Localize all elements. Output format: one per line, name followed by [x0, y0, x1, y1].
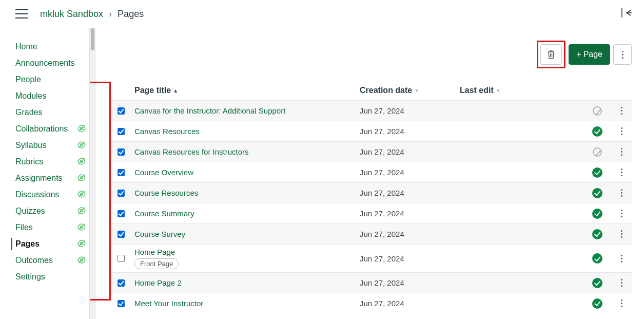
row-checkbox[interactable] [118, 190, 125, 197]
add-page-button[interactable]: + Page [569, 44, 610, 65]
nav-label: Outcomes [15, 256, 53, 265]
sort-icon: ▼ [414, 88, 419, 93]
row-checkbox[interactable] [118, 169, 125, 176]
breadcrumb-page: Pages [118, 9, 144, 19]
row-checkbox[interactable] [118, 300, 125, 307]
nav-label: Files [15, 223, 33, 232]
table-row: Home PageFront PageJun 27, 2024 [110, 244, 632, 272]
published-icon[interactable] [592, 188, 602, 198]
row-created-date: Jun 27, 2024 [360, 168, 460, 177]
page-title-link[interactable]: Canvas Resources for Instructors [134, 147, 249, 156]
row-checkbox[interactable] [118, 210, 125, 217]
row-checkbox[interactable] [118, 107, 125, 115]
nav-item-home[interactable]: Home [0, 39, 90, 55]
top-bar: mkluk Sandbox › Pages [0, 0, 644, 28]
row-title-cell: Course Summary [132, 209, 360, 218]
page-title-link[interactable]: Home Page 2 [134, 278, 182, 287]
table-row: Canvas for the Instructor: Additional Su… [110, 100, 632, 121]
row-checkbox[interactable] [118, 128, 125, 135]
nav-item-discussions[interactable]: Discussions [0, 186, 90, 203]
page-title-link[interactable]: Canvas for the Instructor: Additional Su… [134, 106, 285, 115]
nav-item-files[interactable]: Files [0, 219, 90, 236]
hidden-eye-icon [77, 240, 86, 249]
unpublished-icon[interactable] [593, 106, 602, 116]
published-icon[interactable] [592, 209, 602, 219]
table-row: Home Page 2Jun 27, 2024 [110, 272, 632, 293]
row-checkbox[interactable] [118, 279, 125, 287]
nav-label: Announcements [15, 59, 75, 68]
nav-item-outcomes[interactable]: Outcomes [0, 252, 90, 269]
header-page-title[interactable]: Page title▲ [132, 86, 360, 95]
row-title-cell: Canvas Resources [132, 127, 360, 136]
nav-label: Assignments [15, 174, 63, 183]
hamburger-menu-icon[interactable] [15, 9, 28, 18]
published-icon[interactable] [592, 278, 602, 288]
row-more-menu[interactable] [621, 279, 622, 287]
more-options-button[interactable] [613, 44, 632, 65]
row-more-menu[interactable] [621, 168, 622, 176]
row-more-menu[interactable] [621, 189, 622, 197]
nav-item-people[interactable]: People [0, 71, 90, 88]
add-page-label: Page [583, 50, 602, 59]
nav-item-announcements[interactable]: Announcements [0, 55, 90, 71]
nav-item-assignments[interactable]: Assignments [0, 170, 90, 186]
row-created-date: Jun 27, 2024 [360, 189, 460, 197]
table-row: Course ResourcesJun 27, 2024 [110, 182, 632, 203]
page-title-link[interactable]: Course Summary [134, 209, 194, 218]
row-title-cell: Canvas Resources for Instructors [132, 147, 360, 156]
nav-item-syllabus[interactable]: Syllabus [0, 137, 90, 154]
nav-item-settings[interactable]: Settings [0, 269, 90, 285]
row-created-date: Jun 27, 2024 [360, 127, 460, 136]
nav-label: Collaborations [15, 124, 68, 134]
page-title-link[interactable]: Home Page [134, 248, 175, 256]
nav-label: Quizzes [15, 207, 45, 216]
unpublished-icon[interactable] [593, 147, 602, 157]
published-icon[interactable] [592, 229, 602, 239]
row-more-menu[interactable] [621, 127, 622, 135]
plus-icon: + [576, 50, 581, 59]
published-icon[interactable] [592, 298, 602, 309]
row-more-menu[interactable] [621, 148, 622, 156]
header-select-all[interactable] [110, 86, 132, 95]
checkbox-highlight-annotation [90, 82, 111, 301]
table-row: Meet Your InstructorJun 27, 2024 [110, 293, 632, 313]
row-more-menu[interactable] [621, 210, 622, 217]
row-more-menu[interactable] [621, 299, 622, 307]
page-title-link[interactable]: Course Overview [134, 168, 193, 177]
nav-item-modules[interactable]: Modules [0, 88, 90, 104]
collapse-sidebar-icon[interactable] [621, 8, 632, 20]
row-checkbox[interactable] [118, 148, 125, 156]
nav-item-pages[interactable]: Pages [0, 236, 90, 252]
nav-item-grades[interactable]: Grades [0, 104, 90, 121]
nav-item-quizzes[interactable]: Quizzes [0, 203, 90, 219]
nav-label: Discussions [15, 190, 59, 199]
row-title-cell: Home PageFront Page [132, 248, 360, 269]
row-title-cell: Course Overview [132, 168, 360, 177]
header-creation-date[interactable]: Creation date▼ [360, 86, 460, 95]
breadcrumb-course[interactable]: mkluk Sandbox [40, 9, 103, 19]
nav-item-collaborations[interactable]: Collaborations [0, 121, 90, 137]
row-more-menu[interactable] [621, 107, 622, 115]
header-last-edit[interactable]: Last edit▼ [460, 86, 583, 95]
row-more-menu[interactable] [621, 230, 622, 238]
row-title-cell: Course Resources [132, 189, 360, 197]
row-created-date: Jun 27, 2024 [360, 147, 460, 156]
hidden-eye-icon [77, 158, 86, 166]
page-title-link[interactable]: Course Survey [134, 230, 185, 238]
page-title-link[interactable]: Meet Your Instructor [134, 299, 203, 308]
row-more-menu[interactable] [621, 255, 622, 262]
published-icon[interactable] [592, 253, 602, 264]
row-title-cell: Meet Your Instructor [132, 299, 360, 308]
delete-button[interactable] [540, 44, 562, 65]
row-checkbox[interactable] [118, 231, 125, 238]
published-icon[interactable] [592, 126, 602, 137]
page-title-link[interactable]: Course Resources [134, 189, 198, 197]
page-title-link[interactable]: Canvas Resources [134, 127, 200, 136]
row-checkbox[interactable] [118, 255, 125, 262]
nav-label: Settings [15, 272, 45, 282]
nav-item-rubrics[interactable]: Rubrics [0, 154, 90, 170]
table-row: Canvas Resources for InstructorsJun 27, … [110, 141, 632, 162]
row-created-date: Jun 27, 2024 [360, 278, 460, 287]
pages-table: Page title▲ Creation date▼ Last edit▼ Ca… [110, 83, 632, 313]
published-icon[interactable] [592, 167, 602, 178]
